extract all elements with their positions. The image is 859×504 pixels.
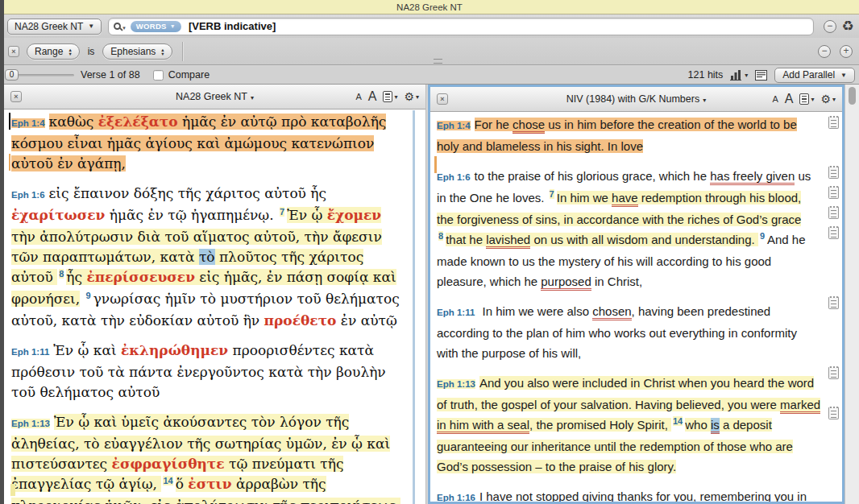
verse-reference: Eph 1:13 [437,379,475,389]
criteria-divider [182,42,183,61]
user-note-icon[interactable] [828,186,839,199]
criteria-value-dropdown[interactable]: Ephesians ▴▾ [102,43,172,60]
text-segment [80,291,84,307]
text-segment: to the praise of his glorious grace, whi… [475,169,711,183]
chevron-down-icon: ▾ [832,96,836,103]
resize-grip[interactable] [434,59,442,64]
analytics-chart-button[interactable]: ▾ [730,69,748,81]
chevron-down-icon: ▼ [840,72,847,79]
scrollbar-thumb[interactable] [849,87,856,105]
greek-text-area[interactable]: Eph 1:4καθὼς ἐξελέξατο ἡμᾶς ἐν αὐτῷ πρὸ … [4,110,425,504]
add-criteria-row-button[interactable]: + [840,45,853,58]
hits-count: 121 hits [688,69,724,81]
text-segment: τὸ [199,249,215,265]
text-display-icon [799,93,809,105]
text-segment: chose [512,118,545,134]
gear-icon: ⚙ [820,93,831,105]
verse-reference: Eph 1:13 [11,419,50,428]
verse-paragraph: Eph 1:6εἰς ἔπαινον δόξης τῆς χάριτος αὐτ… [11,184,409,331]
window-title: NA28 Greek NT [0,0,859,14]
text-caret [9,154,10,171]
user-note-icon[interactable] [828,296,839,309]
verse-paragraph: Eph 1:4For he chose us in him before the… [437,114,821,156]
remove-criteria-row-button[interactable]: − [818,45,831,58]
increase-font-button[interactable]: A [368,89,377,104]
decrease-font-button[interactable]: A [355,92,361,101]
text-segment: 9 [760,231,765,241]
close-greek-pane-button[interactable]: × [10,91,22,102]
criteria-field-dropdown[interactable]: Range ▴▾ [27,43,80,60]
verse-paragraph: Eph 1:13And you also were included in Ch… [437,373,821,477]
criteria-toolbar: × Range ▴▾ is Ephesians ▴▾ − + [0,38,859,65]
verse-reference: Eph 1:4 [11,118,45,128]
popup-arrows-icon: ▴▾ [68,48,71,56]
chevron-down-icon: ▾ [394,93,397,101]
text-segment: Ἐν ᾧ καὶ [53,342,121,358]
text-segment: on us with all wisdom and understanding. [530,233,758,246]
user-note-icon[interactable] [828,407,839,419]
details-button[interactable] [755,70,767,81]
verse-slider-handle[interactable]: 0 [5,69,19,81]
remove-criteria-button[interactable]: × [8,46,19,57]
text-display-icon [383,91,392,102]
pane-actions-button[interactable]: ⚙ ▾ [404,91,419,102]
niv-pane-header: × NIV (1984) with G/K Numbers▾ A A ▾ ⚙ ▾ [430,87,842,112]
verse-paragraph: Eph 1:11 In him we were also chosen, hav… [437,301,821,363]
update-search-icon[interactable]: ♻ [842,19,854,33]
search-toolbar: NA28 Greek NT ▼ ▾ WORDS ▼ [VERB indicati… [0,14,859,38]
criteria-value-label: Ephesians [110,46,156,57]
verse-reference: Eph 1:4 [437,121,471,130]
text-segment: that he [446,233,486,246]
text-segment: , the promised Holy Spirit, [529,418,671,432]
text-segment: purposed [541,275,591,291]
verse-reference: Eph 1:6 [437,172,471,182]
text-segment: 14 [163,476,172,485]
search-module-dropdown[interactable]: NA28 Greek NT ▼ [7,19,102,35]
add-parallel-button[interactable]: Add Parallel ▼ [774,68,855,83]
user-note-icon[interactable] [828,366,839,379]
compare-checkbox[interactable] [153,70,164,81]
user-note-icon[interactable] [828,166,839,179]
search-icon[interactable] [114,23,121,30]
compare-label: Compare [168,69,210,81]
text-segment: ἔχομεν [327,207,381,223]
text-segment: I have not stopped giving thanks for you… [437,490,807,502]
vertical-scrollbar[interactable] [844,85,859,504]
text-segment: ἐχαρίτωσεν [11,207,105,223]
text-segment: 14 [673,416,683,426]
verse-toolbar: 0 Verse 1 of 88 Compare 121 hits ▾ Add P… [0,66,859,85]
increase-font-button[interactable]: A [785,92,794,106]
verse-reference: Eph 1:11 [11,347,49,357]
bar-chart-icon [730,69,743,81]
user-note-icon[interactable] [828,226,839,239]
pane-actions-button[interactable]: ⚙ ▾ [820,93,836,105]
niv-text-area[interactable]: Eph 1:4For he chose us in him before the… [430,113,842,502]
display-settings-button[interactable]: ▾ [383,91,397,102]
verse-paragraph: Eph 1:13Ἐν ᾧ καὶ ὑμεῖς ἀκούσαντες τὸν λό… [11,412,409,504]
remove-search-button[interactable]: − [824,20,836,33]
verse-paragraph: Eph 1:4καθὼς ἐξελέξατο ἡμᾶς ἐν αὐτῷ πρὸ … [11,112,409,174]
text-segment: ἐξελέξατο [98,114,178,130]
chevron-down-icon: ▾ [745,72,748,79]
decrease-font-button[interactable]: A [772,94,778,104]
user-note-icon[interactable] [828,206,839,219]
criteria-operator-label: is [88,46,95,57]
pane-divider-handle[interactable] [413,110,415,504]
verse-slider[interactable]: 0 [5,69,74,81]
text-segment: 7 [280,207,284,217]
search-scope-pill[interactable]: WORDS ▼ [131,21,181,32]
close-niv-pane-button[interactable]: × [437,93,448,105]
text-segment: Ἐν ᾧ [287,207,327,223]
chevron-down-icon: ▼ [170,23,176,29]
text-caret [10,484,15,496]
search-query-text[interactable]: [VERB indicative] [189,20,276,32]
text-segment: εἰς ἔπαινον δόξης τῆς χάριτος αὐτοῦ ἧς [49,185,327,201]
display-settings-button[interactable]: ▾ [799,93,814,105]
search-input[interactable]: ▾ WORDS ▼ [VERB indicative] [108,18,813,35]
user-note-icon[interactable] [828,116,839,129]
text-segment: ἧς [66,269,86,285]
text-segment: have [612,191,638,207]
verse-reference: Eph 1:16 [437,493,475,502]
text-segment: In him we [557,191,612,204]
details-window-icon [755,70,767,81]
